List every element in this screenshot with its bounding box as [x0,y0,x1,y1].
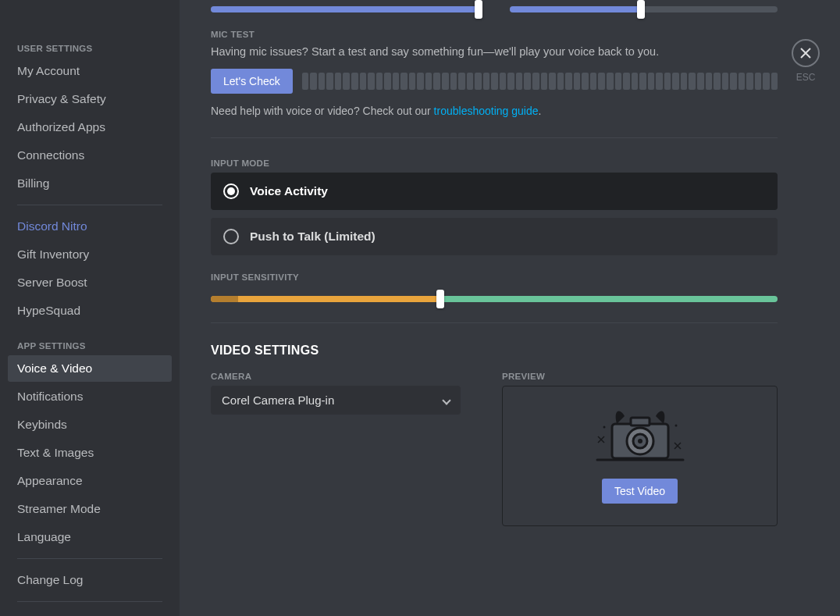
camera-column: CAMERA Corel Camera Plug-in [211,372,486,526]
mic-test-section: MIC TEST Having mic issues? Start a test… [211,30,778,117]
radio-label: Push to Talk (Limited) [250,230,376,244]
settings-content: ESC MIC TEST Having mic issues? Start a … [180,0,840,616]
radio-icon [223,229,239,244]
radio-label: Voice Activity [250,184,328,198]
sidebar-item-streamer-mode[interactable]: Streamer Mode [8,496,172,522]
settings-sidebar: USER SETTINGS My Account Privacy & Safet… [0,0,180,616]
sensitivity-thumb[interactable] [436,290,444,308]
mic-test-description: Having mic issues? Start a test and say … [211,44,778,59]
chevron-down-icon [442,396,450,404]
sidebar-item-text-images[interactable]: Text & Images [8,440,172,466]
app-settings-header: APP SETTINGS [8,326,172,355]
sidebar-item-server-boost[interactable]: Server Boost [8,269,172,296]
close-area: ESC [792,39,820,83]
slider-fill [510,6,641,12]
sidebar-item-voice-video[interactable]: Voice & Video [8,355,172,382]
camera-dropdown[interactable]: Corel Camera Plug-in [211,386,461,415]
sidebar-item-hypesquad[interactable]: HypeSquad [8,297,172,324]
volume-sliders-row [211,0,778,12]
troubleshooting-help: Need help with voice or video? Check out… [211,105,778,117]
svg-point-6 [603,426,605,429]
camera-placeholder-icon [593,408,687,463]
input-mode-header: INPUT MODE [211,158,778,168]
esc-label: ESC [792,72,820,83]
radio-icon [223,183,239,199]
camera-label: CAMERA [211,372,486,381]
sidebar-item-language[interactable]: Language [8,524,172,550]
user-settings-header: USER SETTINGS [8,0,172,58]
video-preview-box: Test Video [502,386,778,526]
sidebar-item-change-log[interactable]: Change Log [8,567,172,593]
sidebar-item-discord-nitro[interactable]: Discord Nitro [8,213,172,240]
camera-selected-value: Corel Camera Plug-in [222,393,334,407]
test-video-button[interactable]: Test Video [602,479,678,504]
input-mode-push-to-talk[interactable]: Push to Talk (Limited) [211,218,778,255]
divider [211,137,778,138]
slider-thumb[interactable] [475,0,482,19]
sidebar-item-gift-inventory[interactable]: Gift Inventory [8,241,172,268]
lets-check-button[interactable]: Let's Check [211,69,293,94]
sidebar-item-log-out[interactable]: Log Out [8,610,172,616]
slider-fill [211,6,479,12]
troubleshooting-link[interactable]: troubleshooting guide [434,105,539,117]
svg-point-5 [638,439,642,443]
sidebar-item-notifications[interactable]: Notifications [8,383,172,410]
input-mode-voice-activity[interactable]: Voice Activity [211,173,778,210]
sidebar-item-connections[interactable]: Connections [8,142,172,169]
mic-level-meter [302,73,778,90]
sidebar-divider [17,205,162,205]
sidebar-divider [17,601,162,602]
preview-label: PREVIEW [502,372,778,381]
input-volume-slider[interactable] [211,6,479,12]
mic-test-header: MIC TEST [211,30,778,39]
sensitivity-above-threshold [440,296,778,302]
sidebar-item-authorized-apps[interactable]: Authorized Apps [8,114,172,141]
svg-rect-2 [631,418,650,426]
sidebar-item-my-account[interactable]: My Account [8,58,172,84]
sidebar-item-appearance[interactable]: Appearance [8,468,172,494]
output-volume-slider[interactable] [510,6,778,12]
sidebar-item-privacy-safety[interactable]: Privacy & Safety [8,86,172,112]
preview-column: PREVIEW Test Video [502,372,778,526]
slider-thumb[interactable] [637,0,645,19]
sidebar-item-billing[interactable]: Billing [8,170,172,197]
close-button[interactable] [792,39,820,67]
divider [211,322,778,323]
close-icon [799,47,812,59]
sidebar-divider [17,558,162,559]
input-sensitivity-slider[interactable] [211,296,778,302]
sensitivity-below-threshold [211,296,440,302]
svg-point-7 [674,425,677,427]
input-sensitivity-header: INPUT SENSITIVITY [211,272,778,282]
video-settings-title: VIDEO SETTINGS [211,344,778,358]
sidebar-item-keybinds[interactable]: Keybinds [8,411,172,438]
